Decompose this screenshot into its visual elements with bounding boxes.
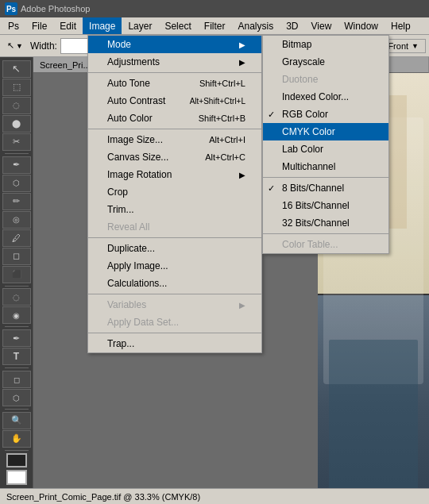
dropdown-arrow-icon: ▼ (412, 42, 419, 50)
mode-bitmap[interactable]: Bitmap (263, 36, 388, 53)
tool-bg-color[interactable] (6, 470, 27, 485)
tool-clone[interactable]: ◎ (2, 211, 31, 229)
front-label: Front (388, 41, 408, 51)
app-icon: Ps (5, 2, 17, 15)
tool-blur[interactable]: ◌ (2, 288, 31, 306)
apply-image-label: Apply Image... (107, 260, 168, 271)
tool-zoom[interactable]: 🔍 (2, 412, 31, 429)
tool-history-brush[interactable]: 🖊 (2, 229, 31, 247)
tool-text[interactable]: T (2, 348, 31, 365)
menu-help[interactable]: Help (385, 17, 417, 34)
tool-foreground-color[interactable] (6, 453, 27, 468)
trap-label: Trap... (107, 338, 134, 349)
menu-image-rotation[interactable]: Image Rotation ▶ (88, 166, 261, 183)
menu-view[interactable]: View (305, 17, 338, 34)
mode-8bit[interactable]: ✓ 8 Bits/Channel (263, 179, 388, 197)
mode-separator-2 (263, 233, 388, 234)
menu-image[interactable]: Image (83, 17, 122, 34)
tool-marquee[interactable]: ⬚ (2, 79, 31, 96)
tool-eyedropper[interactable]: ✒ (2, 156, 31, 174)
tool-options-btn[interactable]: ↖ ▼ (3, 38, 27, 53)
tool-eraser[interactable]: ◻ (2, 248, 31, 265)
mode-lab-color[interactable]: Lab Color (263, 140, 388, 158)
canvas-size-label: Canvas Size... (107, 152, 168, 163)
tool-hand[interactable]: ✋ (2, 430, 31, 448)
mode-32bit[interactable]: 32 Bits/Channel (263, 214, 388, 232)
menu-reveal-all: Reveal All (88, 218, 261, 236)
tool-separator-6 (5, 450, 29, 451)
tool-shape[interactable]: ◻ (2, 371, 31, 388)
menu-3d[interactable]: 3D (280, 17, 304, 34)
separator-2 (88, 129, 261, 129)
mode-cmyk-color[interactable]: CMYK Color (263, 123, 388, 140)
crop-label: Crop (107, 187, 128, 198)
menu-auto-tone[interactable]: Auto Tone Shift+Ctrl+L (88, 75, 261, 92)
menu-trap[interactable]: Trap... (88, 335, 261, 352)
image-size-label: Image Size... (107, 134, 163, 145)
menu-duplicate[interactable]: Duplicate... (88, 240, 261, 257)
8bit-label: 8 Bits/Channel (282, 183, 344, 194)
image-dropdown-menu: Mode ▶ Adjustments ▶ Auto Tone Shift+Ctr… (87, 35, 262, 353)
bitmap-label: Bitmap (282, 39, 311, 50)
tool-heal[interactable]: ⬡ (2, 175, 31, 192)
menu-auto-contrast[interactable]: Auto Contrast Alt+Shift+Ctrl+L (88, 92, 261, 110)
8bit-checkmark-icon: ✓ (268, 183, 275, 194)
menu-filter[interactable]: Filter (198, 17, 232, 34)
menu-select[interactable]: Select (158, 17, 197, 34)
image-rotation-arrow-icon: ▶ (239, 171, 245, 179)
tool-lasso[interactable]: ◌ (2, 97, 31, 114)
menu-file[interactable]: File (25, 17, 53, 34)
mode-grayscale[interactable]: Grayscale (263, 53, 388, 71)
menu-apply-image[interactable]: Apply Image... (88, 257, 261, 275)
apply-data-set-label: Apply Data Set... (107, 317, 179, 328)
reveal-all-label: Reveal All (107, 221, 149, 233)
menu-ps[interactable]: Ps (2, 17, 25, 34)
mode-multichannel[interactable]: Multichannel (263, 158, 388, 175)
duotone-label: Duotone (282, 74, 318, 85)
mode-rgb-color[interactable]: ✓ RGB Color (263, 106, 388, 123)
menu-analysis[interactable]: Analysis (231, 17, 280, 34)
tool-pen[interactable]: ✒ (2, 329, 31, 347)
tool-gradient[interactable]: ⬛ (2, 266, 31, 283)
menu-auto-color[interactable]: Auto Color Shift+Ctrl+B (88, 110, 261, 127)
menu-trim[interactable]: Trim... (88, 201, 261, 218)
status-text: Screen_Print_Comic_Page.tif @ 33.3% (CMY… (6, 492, 200, 502)
auto-contrast-shortcut: Alt+Shift+Ctrl+L (190, 97, 245, 106)
status-bar: Screen_Print_Comic_Page.tif @ 33.3% (CMY… (0, 488, 429, 504)
mode-indexed-color[interactable]: Indexed Color... (263, 88, 388, 106)
tool-separator-5 (5, 409, 29, 410)
separator-5 (88, 333, 261, 333)
menu-variables: Variables ▶ (88, 296, 261, 314)
menu-window[interactable]: Window (338, 17, 385, 34)
auto-contrast-label: Auto Contrast (107, 95, 165, 106)
adjustments-label: Adjustments (107, 56, 160, 67)
menu-layer[interactable]: Layer (122, 17, 158, 34)
app-title: Adobe Photoshop (21, 4, 90, 13)
tool-crop[interactable]: ✂ (2, 133, 31, 151)
menu-crop[interactable]: Crop (88, 183, 261, 201)
mode-16bit[interactable]: 16 Bits/Channel (263, 197, 388, 214)
mode-arrow-icon: ▶ (239, 40, 245, 49)
chevron-down-icon: ▼ (16, 42, 23, 50)
menu-calculations[interactable]: Calculations... (88, 275, 261, 292)
tool-quick-select[interactable]: ⬤ (2, 115, 31, 133)
tool-separator-1 (5, 153, 29, 154)
tool-move[interactable]: ↖ (2, 60, 31, 78)
tool-brush[interactable]: ✏ (2, 193, 31, 210)
menu-canvas-size[interactable]: Canvas Size... Alt+Ctrl+C (88, 148, 261, 166)
tool-3d[interactable]: ⬡ (2, 389, 31, 406)
menu-apply-data-set: Apply Data Set... (88, 314, 261, 331)
menu-bar: Ps File Edit Image Layer Select Filter A… (0, 17, 429, 35)
menu-adjustments-item[interactable]: Adjustments ▶ (88, 53, 261, 71)
mode-duotone: Duotone (263, 71, 388, 88)
menu-mode-item[interactable]: Mode ▶ (88, 36, 261, 53)
tool-dodge[interactable]: ◉ (2, 306, 31, 324)
grayscale-label: Grayscale (282, 56, 325, 67)
tool-arrow-icon: ↖ (7, 40, 14, 51)
menu-image-size[interactable]: Image Size... Alt+Ctrl+I (88, 131, 261, 148)
auto-color-shortcut: Shift+Ctrl+B (199, 113, 245, 123)
separator-1 (88, 72, 261, 73)
rgb-checkmark-icon: ✓ (268, 110, 275, 120)
menu-edit[interactable]: Edit (53, 17, 83, 34)
width-label: Width: (30, 40, 57, 52)
